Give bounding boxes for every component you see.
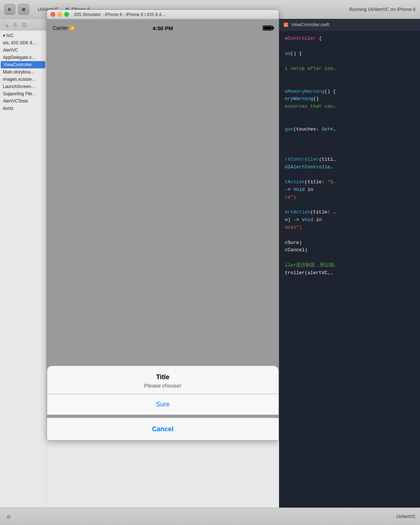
code-line xyxy=(285,201,414,209)
sidebar-item-alertvc[interactable]: AlertVC xyxy=(0,47,46,54)
simulator-title: iOS Simulator - iPhone 6 - iPhone 6 / iO… xyxy=(74,12,166,17)
sidebar-item-main-storyboard[interactable]: Main.storyboa… xyxy=(0,68,46,76)
code-line: gan(touches: Set<… xyxy=(285,126,414,133)
code-line: ller是控制器，所以我… xyxy=(285,262,414,269)
iphone-screen: Carrier 📶 4:50 PM Title Please choose! S… xyxy=(47,19,279,440)
code-line: -> Void in xyxy=(285,186,414,194)
code-line: cSure) xyxy=(285,239,414,247)
code-line: eMemoryWarning() { xyxy=(285,88,414,96)
svg-marker-0 xyxy=(8,8,12,11)
status-carrier: Carrier 📶 xyxy=(53,25,75,31)
sidebar-item-viewcontroller[interactable]: ViewController xyxy=(1,61,45,68)
bottom-filename-label: UIAlertVC xyxy=(396,514,416,519)
code-line xyxy=(285,80,414,88)
ios-alert-dialog: Title Please choose! Sure xyxy=(47,366,279,415)
code-line: l setup after loa… xyxy=(285,65,414,73)
sidebar-item-appdelegate[interactable]: AppDelegate.s… xyxy=(0,54,46,61)
sure-button[interactable]: Sure xyxy=(47,394,278,414)
sidebar-toolbar: 🔍 ⚠ ◫ xyxy=(0,19,46,31)
window-minimize-button[interactable] xyxy=(57,12,62,17)
swift-file-icon: S xyxy=(283,22,288,27)
code-line: n) -> Void in xyxy=(285,216,414,224)
svg-rect-1 xyxy=(22,8,25,11)
code-line xyxy=(285,171,414,179)
alert-header: Title Please choose! xyxy=(47,366,278,394)
code-editor: S ViewController.swift wController { ad(… xyxy=(279,19,420,508)
file-list: ▾ tVC ets, iOS SDK 8.… AlertVC AppDelega… xyxy=(0,31,46,113)
cancel-section: Cancel xyxy=(47,418,279,440)
code-content[interactable]: wController { ad() { l setup after loa… … xyxy=(279,31,420,508)
code-line: wController { xyxy=(285,35,414,43)
status-time: 4:50 PM xyxy=(153,25,173,31)
bottom-warning-icon[interactable]: ⊘ xyxy=(4,512,13,521)
alert-title: Title xyxy=(53,373,272,381)
code-line: re") xyxy=(285,194,414,201)
sidebar-item-supporting[interactable]: Supporting File… xyxy=(0,90,46,97)
bottom-right-controls: UIAlertVC xyxy=(396,514,416,519)
code-line: ncel") xyxy=(285,224,414,232)
simulator-titlebar: iOS Simulator - iPhone 6 - iPhone 6 / iO… xyxy=(47,10,279,19)
file-navigator: 🔍 ⚠ ◫ ▾ tVC ets, iOS SDK 8.… AlertVC App… xyxy=(0,19,47,508)
toolbar-status: Running UIAlertVC on iPhone 6 xyxy=(349,7,416,12)
code-line: ertAction(title: … xyxy=(285,209,414,216)
code-line xyxy=(285,254,414,262)
code-line: rtController(titl… xyxy=(285,156,414,164)
code-line: UIAlertControlle… xyxy=(285,164,414,171)
alert-message: Please choose! xyxy=(53,382,272,389)
code-line xyxy=(285,148,414,156)
wifi-icon: 📶 xyxy=(70,26,75,31)
sidebar-item-sdk[interactable]: ets, iOS SDK 8.… xyxy=(0,39,46,47)
sidebar-item-tvc[interactable]: ▾ tVC xyxy=(0,32,46,39)
code-line: troller(alertVC,… xyxy=(285,269,414,277)
battery-indicator xyxy=(263,25,273,31)
warning-icon[interactable]: ⚠ xyxy=(13,22,17,27)
ios-alert-container: Title Please choose! Sure Cancel xyxy=(47,366,279,440)
ios-simulator-window: iOS Simulator - iPhone 6 - iPhone 6 / iO… xyxy=(47,9,279,441)
code-line xyxy=(285,57,414,65)
code-line: oryWarning() xyxy=(285,95,414,103)
code-line xyxy=(285,141,414,148)
iphone-main-content[interactable] xyxy=(47,37,279,353)
code-line: esources that can… xyxy=(285,103,414,111)
filter-icon[interactable]: ◫ xyxy=(22,22,26,27)
code-line xyxy=(285,118,414,126)
search-icon[interactable]: 🔍 xyxy=(3,22,9,27)
svg-text:S: S xyxy=(284,24,286,27)
window-maximize-button[interactable] xyxy=(64,12,69,17)
sidebar-item-alertvctests[interactable]: AlertVCTests xyxy=(0,97,46,105)
bottom-bar: ⊘ UIAlertVC xyxy=(0,508,420,525)
cancel-button[interactable]: Cancel xyxy=(47,418,279,440)
code-line xyxy=(285,73,414,80)
code-line: tAction(title: "S… xyxy=(285,179,414,186)
window-close-button[interactable] xyxy=(51,12,55,17)
code-line xyxy=(285,43,414,50)
code-line: ad() { xyxy=(285,50,414,58)
iphone-statusbar: Carrier 📶 4:50 PM xyxy=(47,19,279,37)
sidebar-item-launchscreen[interactable]: LaunchScreen… xyxy=(0,83,46,90)
battery-fill xyxy=(264,27,272,29)
play-button[interactable] xyxy=(4,4,15,15)
sidebar-item-images[interactable]: images.xcasse… xyxy=(0,76,46,83)
code-filename[interactable]: ViewController.swift xyxy=(291,22,329,27)
code-line xyxy=(285,111,414,118)
code-line: cCancel) xyxy=(285,247,414,254)
sidebar-item-products[interactable]: ducts xyxy=(0,105,46,112)
alert-buttons: Sure xyxy=(47,394,278,414)
code-editor-toolbar: S ViewController.swift xyxy=(279,19,420,31)
stop-button[interactable] xyxy=(18,4,29,15)
code-line xyxy=(285,232,414,239)
code-line xyxy=(285,133,414,141)
